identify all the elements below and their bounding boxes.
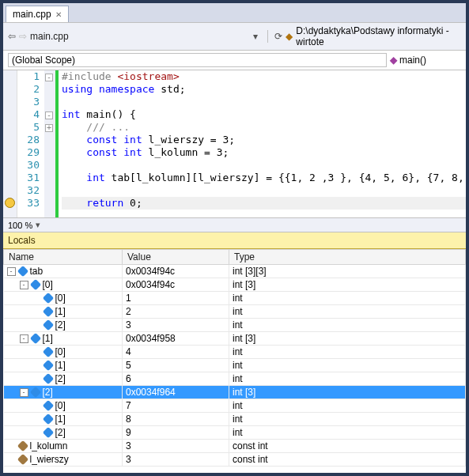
var-name: [0]	[43, 279, 53, 290]
fold-toggle	[44, 134, 55, 146]
var-value: 0x0034f94c	[123, 265, 229, 278]
nav-path[interactable]: ◆ D:\dydaktyka\Podstawy informatyki - wi…	[286, 25, 461, 47]
col-value[interactable]: Value	[123, 250, 229, 265]
expand-toggle[interactable]: -	[20, 281, 28, 289]
line-number: 30	[17, 159, 40, 172]
editor-window: main.cpp ✕ ⇦ ⇨ main.cpp ▾ ⟳ ◆ D:\dydakty…	[2, 2, 467, 474]
nav-file-left[interactable]: main.cpp	[30, 31, 69, 42]
table-row[interactable]: [1]8int	[4, 413, 466, 426]
table-row[interactable]: [1]2int	[4, 305, 466, 319]
sync-icon[interactable]: ⟳	[274, 31, 282, 42]
var-type: int	[229, 426, 466, 440]
variable-icon	[42, 400, 53, 411]
line-number: 28	[17, 134, 40, 146]
variable-icon	[42, 427, 53, 438]
expand-toggle[interactable]: -	[7, 267, 16, 276]
breakpoint-icon[interactable]	[5, 198, 15, 208]
variable-icon	[42, 319, 53, 331]
function-dropdown[interactable]: ◆ main()	[390, 53, 461, 67]
var-name: l_kolumn	[30, 440, 68, 451]
var-value: 3	[123, 440, 229, 453]
table-row[interactable]: -[0]0x0034f94cint [3]	[4, 278, 466, 292]
table-row[interactable]: -[2]0x0034f964int [3]	[4, 386, 466, 399]
code-line[interactable]: #include <iostream>	[62, 70, 466, 83]
expand-toggle[interactable]: -	[20, 334, 28, 343]
fold-toggle[interactable]: +	[44, 121, 55, 134]
var-name: [1]	[55, 360, 66, 371]
code-line[interactable]: const int l_kolumn = 3;	[62, 146, 466, 159]
code-line[interactable]: /// ...	[62, 121, 466, 134]
var-name: [0]	[55, 293, 66, 304]
method-icon: ◆	[390, 55, 397, 66]
tab-main-cpp[interactable]: main.cpp ✕	[6, 6, 69, 22]
table-row[interactable]: [0]4int	[4, 346, 466, 359]
code-line[interactable]: int main() {	[62, 108, 466, 121]
var-value: 3	[123, 453, 229, 467]
var-value: 8	[123, 413, 229, 426]
variable-icon	[17, 454, 28, 465]
outline-gutter[interactable]: --+	[44, 70, 55, 217]
fold-toggle	[44, 184, 55, 197]
fold-toggle[interactable]: -	[44, 108, 55, 121]
fold-toggle[interactable]: -	[44, 70, 55, 83]
table-row[interactable]: -tab0x0034f94cint [3][3]	[4, 265, 466, 278]
variable-icon	[42, 360, 53, 371]
fold-toggle	[44, 96, 55, 108]
var-type: int	[229, 319, 466, 332]
line-number: 33	[17, 197, 40, 210]
chevron-down-icon[interactable]: ▾	[36, 220, 40, 230]
variable-icon	[42, 346, 53, 357]
var-name: [2]	[43, 387, 53, 398]
code-line[interactable]: using namespace std;	[62, 83, 466, 96]
code-editor[interactable]: 12345282930313233 --+ #include <iostream…	[3, 70, 466, 217]
code-line[interactable]: int tab[l_kolumn][l_wierszy] = {{1, 2 ,3…	[62, 172, 466, 184]
expand-toggle[interactable]: -	[20, 388, 28, 397]
code-line[interactable]: const int l_wierszy = 3;	[62, 134, 466, 146]
chevron-down-icon[interactable]: ▾	[250, 31, 261, 42]
line-number: 29	[17, 146, 40, 159]
var-type: int	[229, 372, 466, 386]
code-line[interactable]	[62, 96, 466, 108]
table-row[interactable]: [1]5int	[4, 359, 466, 372]
forward-icon[interactable]: ⇨	[19, 31, 27, 42]
code-area[interactable]: #include <iostream>using namespace std;i…	[59, 70, 466, 217]
line-number: 4	[17, 108, 40, 121]
document-tabbar: main.cpp ✕	[3, 3, 466, 22]
zoom-bar: 100 % ▾	[3, 217, 466, 232]
var-value: 1	[123, 292, 229, 305]
table-row[interactable]: l_kolumn3const int	[4, 440, 466, 453]
variable-icon	[42, 306, 53, 317]
var-name: [1]	[55, 306, 66, 317]
var-name: [2]	[55, 319, 66, 331]
code-line[interactable]	[62, 159, 466, 172]
col-name[interactable]: Name	[4, 250, 123, 265]
variable-icon	[29, 333, 40, 344]
table-row[interactable]: -[1]0x0034f958int [3]	[4, 332, 466, 346]
table-row[interactable]: [2]3int	[4, 319, 466, 332]
var-value: 0x0034f964	[123, 386, 229, 399]
variable-icon	[29, 387, 40, 398]
locals-panel-title[interactable]: Locals	[3, 232, 466, 249]
code-line[interactable]: return 0;	[62, 197, 466, 210]
variable-icon	[29, 279, 40, 290]
var-type: int	[229, 346, 466, 359]
fold-toggle	[44, 197, 55, 210]
scope-dropdown[interactable]: (Global Scope)	[8, 53, 387, 67]
table-row[interactable]: [2]6int	[4, 372, 466, 386]
breakpoint-gutter[interactable]	[3, 70, 17, 217]
table-row[interactable]: [0]1int	[4, 292, 466, 305]
var-value: 9	[123, 426, 229, 440]
code-line[interactable]	[62, 184, 466, 197]
table-row[interactable]: l_wierszy3const int	[4, 453, 466, 467]
line-number: 32	[17, 184, 40, 197]
col-type[interactable]: Type	[229, 250, 466, 265]
nav-bar: ⇦ ⇨ main.cpp ▾ ⟳ ◆ D:\dydaktyka\Podstawy…	[3, 22, 466, 51]
back-icon[interactable]: ⇦	[8, 31, 16, 42]
line-number: 3	[17, 96, 40, 108]
table-row[interactable]: [0]7int	[4, 399, 466, 413]
zoom-level[interactable]: 100 %	[8, 221, 32, 230]
close-icon[interactable]: ✕	[55, 10, 62, 19]
table-row[interactable]: [2]9int	[4, 426, 466, 440]
var-value: 5	[123, 359, 229, 372]
nav-path-text: D:\dydaktyka\Podstawy informatyki - wirt…	[296, 25, 461, 47]
